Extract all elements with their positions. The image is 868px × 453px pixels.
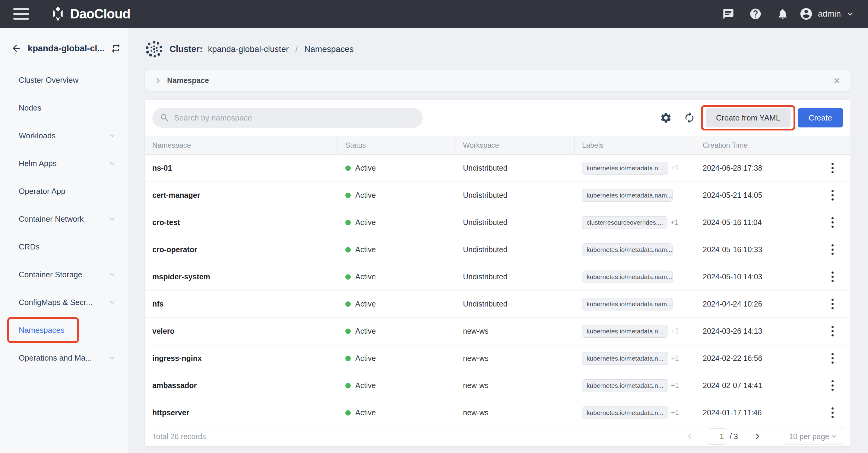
namespace-name[interactable]: cert-manager	[145, 182, 338, 209]
kebab-menu-icon[interactable]	[829, 242, 836, 257]
switch-cluster-icon[interactable]	[111, 42, 121, 54]
creation-time-cell: 2024-02-07 14:41	[695, 372, 814, 399]
label-chip: kubernetes.io/metadata.n...	[582, 352, 668, 365]
table-row[interactable]: cro-operator Active Undistributed kubern…	[145, 236, 850, 263]
page-number-input[interactable]	[708, 428, 727, 445]
workspace-cell: Undistributed	[456, 154, 575, 181]
create-from-yaml-button[interactable]: Create from YAML	[706, 108, 790, 128]
namespace-name[interactable]: ns-01	[145, 154, 338, 181]
label-extra-count: +1	[671, 354, 679, 362]
table-row[interactable]: mspider-system Active Undistributed kube…	[145, 263, 850, 290]
menu-toggle-icon[interactable]	[13, 7, 30, 21]
kebab-menu-icon[interactable]	[829, 160, 836, 176]
sidebar-item[interactable]: Helm Apps	[0, 149, 128, 177]
namespace-name[interactable]: ingress-nginx	[145, 345, 338, 372]
column-settings-gear-icon[interactable]	[659, 111, 673, 125]
sidebar-item[interactable]: ConfigMaps & Secr...	[0, 288, 128, 316]
close-icon[interactable]	[832, 76, 841, 85]
sidebar-item[interactable]: Operator App	[0, 177, 128, 205]
page-size-select[interactable]: 10 per page	[783, 428, 843, 445]
cluster-name-label: kpanda-global-cl...	[28, 44, 105, 53]
notifications-bell-icon[interactable]	[774, 5, 792, 23]
namespace-name[interactable]: httpserver	[145, 399, 338, 426]
creation-time-cell: 2024-02-22 16:56	[695, 345, 814, 372]
sidebar-item[interactable]: Cluster Overview	[0, 66, 128, 94]
label-extra-count: +1	[671, 327, 679, 335]
table-row[interactable]: ingress-nginx Active new-ws kubernetes.i…	[145, 345, 850, 372]
sidebar-item[interactable]: Workloads	[0, 122, 128, 149]
feedback-chat-icon[interactable]	[720, 5, 737, 23]
namespace-name[interactable]: cro-operator	[145, 236, 338, 263]
namespace-name[interactable]: mspider-system	[145, 263, 338, 290]
actions-cell	[814, 345, 850, 372]
refresh-icon[interactable]	[682, 111, 697, 125]
kebab-menu-icon[interactable]	[829, 188, 836, 203]
namespace-name[interactable]: nfs	[145, 290, 338, 317]
creation-time-cell: 2024-05-10 14:03	[695, 263, 814, 290]
status-text: Active	[355, 381, 376, 390]
status-dot	[345, 383, 351, 388]
labels-cell: kubernetes.io/metadata.n... +1	[575, 372, 695, 399]
sidebar-item-label: ConfigMaps & Secr...	[19, 298, 92, 307]
sidebar-item-label: Operations and Ma...	[19, 353, 92, 363]
chevron-right-icon[interactable]	[154, 77, 162, 85]
table-row[interactable]: cert-manager Active Undistributed kubern…	[145, 182, 850, 209]
sidebar-item[interactable]: Operations and Ma...	[0, 344, 128, 372]
sidebar-item-label: Workloads	[19, 131, 56, 140]
kebab-menu-icon[interactable]	[829, 378, 836, 393]
actions-cell	[814, 182, 850, 209]
namespaces-card: Create from YAML Create Namespace Status…	[145, 100, 850, 446]
chevron-down-icon	[830, 432, 838, 440]
create-button[interactable]: Create	[798, 108, 843, 128]
column-header-creation-time: Creation Time	[695, 136, 814, 154]
table-row[interactable]: httpserver Active new-ws kubernetes.io/m…	[145, 399, 850, 426]
breadcrumb-cluster-link[interactable]: kpanda-global-cluster	[208, 45, 289, 54]
kebab-menu-icon[interactable]	[829, 215, 836, 230]
status-cell: Active	[338, 182, 456, 209]
previous-page-icon[interactable]	[684, 430, 696, 443]
status-cell: Active	[338, 263, 456, 290]
namespace-name[interactable]: velero	[145, 318, 338, 345]
page-count: / 3	[730, 432, 738, 441]
cluster-dots-icon	[145, 40, 163, 59]
namespace-name[interactable]: cro-test	[145, 209, 338, 236]
sidebar-item[interactable]: Nodes	[0, 94, 128, 122]
namespace-name[interactable]: ambassador	[145, 372, 338, 399]
kebab-menu-icon[interactable]	[829, 350, 836, 366]
kebab-menu-icon[interactable]	[829, 323, 836, 339]
back-arrow-icon[interactable]	[11, 42, 22, 54]
search-box[interactable]	[152, 108, 423, 128]
sidebar-item[interactable]: CRDs	[0, 233, 128, 261]
table-row[interactable]: nfs Active Undistributed kubernetes.io/m…	[145, 290, 850, 318]
actions-cell	[814, 318, 850, 345]
table-header: Namespace Status Workspace Labels Creati…	[145, 136, 850, 154]
sidebar-item[interactable]: Namespaces	[0, 316, 128, 344]
column-header-status: Status	[338, 136, 456, 154]
table-row[interactable]: ns-01 Active Undistributed kubernetes.io…	[145, 154, 850, 182]
sidebar-item[interactable]: Container Network	[0, 205, 128, 233]
sidebar-item[interactable]: Container Storage	[0, 261, 128, 288]
user-menu[interactable]: admin	[799, 7, 855, 21]
namespace-collapse-panel[interactable]: Namespace	[145, 70, 850, 91]
kebab-menu-icon[interactable]	[829, 269, 836, 284]
page-size-value: 10 per page	[789, 432, 829, 441]
brand-logo[interactable]: DaoCloud	[50, 6, 130, 22]
search-input[interactable]	[174, 113, 415, 123]
table-row[interactable]: ambassador Active new-ws kubernetes.io/m…	[145, 372, 850, 399]
status-cell: Active	[338, 290, 456, 317]
labels-cell: kubernetes.io/metadata.n... +1	[575, 345, 695, 372]
search-icon	[159, 113, 170, 123]
sidebar-item-label: Container Network	[19, 215, 84, 224]
kebab-menu-icon[interactable]	[829, 296, 836, 312]
status-dot	[345, 247, 351, 252]
kebab-menu-icon[interactable]	[829, 405, 836, 420]
table-row[interactable]: cro-test Active Undistributed clusterres…	[145, 209, 850, 236]
breadcrumb-current: Namespaces	[304, 45, 353, 54]
next-page-icon[interactable]	[751, 430, 763, 443]
column-header-namespace: Namespace	[145, 136, 338, 154]
chevron-down-icon	[108, 132, 116, 140]
help-icon[interactable]	[747, 5, 764, 23]
status-dot	[345, 329, 351, 334]
table-row[interactable]: velero Active new-ws kubernetes.io/metad…	[145, 318, 850, 345]
chevron-down-icon	[846, 9, 855, 19]
